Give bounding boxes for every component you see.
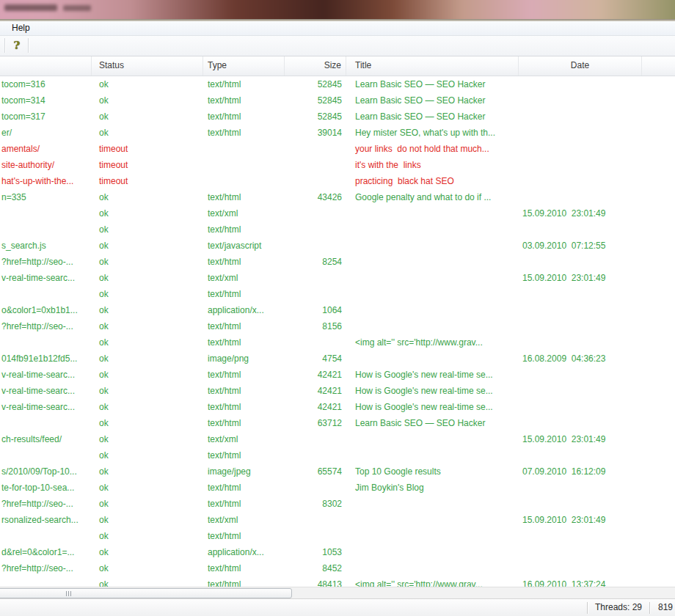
table-row[interactable]: tocom=316 ok text/html 52845 Learn Basic…	[0, 76, 675, 92]
menu-help[interactable]: Help	[7, 21, 34, 35]
cell-url: v-real-time-searc...	[0, 399, 92, 415]
cell-date	[519, 399, 642, 415]
cell-size: 8156	[285, 318, 346, 334]
table-row[interactable]: ok text/html	[0, 221, 675, 238]
cell-type: text/javascript	[203, 238, 285, 254]
table-row[interactable]: s/2010/09/Top-10... ok image/jpeg 65574 …	[0, 463, 675, 480]
cell-status: ok	[92, 221, 203, 238]
cell-date	[519, 221, 642, 238]
cell-url: n=335	[0, 189, 92, 205]
cell-url: o&color1=0xb1b1...	[0, 302, 92, 318]
table-row[interactable]: ok text/xml 15.09.2010 23:01:49	[0, 205, 675, 221]
cell-status: ok	[92, 367, 203, 383]
table-row[interactable]: ok text/html	[0, 447, 675, 463]
table-row[interactable]: ?href=http://seo-... ok text/html 8156	[0, 318, 675, 334]
cell-title	[346, 286, 519, 302]
cell-date: 15.09.2010 23:01:49	[519, 205, 642, 221]
cell-date	[519, 447, 642, 463]
cell-date	[519, 528, 642, 544]
cell-type: text/html	[203, 367, 285, 383]
table-row[interactable]: ok text/html 63712 Learn Basic SEO — SEO…	[0, 415, 675, 431]
cell-type: text/xml	[203, 512, 285, 528]
column-header-status[interactable]: Status	[92, 56, 203, 76]
table-row[interactable]: ok text/html <img alt='' src='http://www…	[0, 334, 675, 351]
cell-title: Hey mister SEO, what's up with th...	[346, 125, 519, 141]
cell-type: text/html	[203, 286, 285, 302]
horizontal-scrollbar-thumb[interactable]	[0, 588, 292, 598]
cell-date: 16.08.2009 04:36:23	[519, 351, 642, 367]
cell-url: amentals/	[0, 141, 92, 157]
cell-url	[0, 221, 92, 238]
cell-date: 15.09.2010 23:01:49	[519, 270, 642, 286]
help-button[interactable]: ?	[7, 37, 26, 54]
desktop-background-blur	[0, 0, 675, 19]
table-row[interactable]: ch-results/feed/ ok text/xml 15.09.2010 …	[0, 431, 675, 447]
table-row[interactable]: ok text/html 48413 <img alt='' src='http…	[0, 576, 675, 587]
cell-date	[519, 318, 642, 334]
table-row[interactable]: o&color1=0xb1b1... ok application/x... 1…	[0, 302, 675, 318]
horizontal-scrollbar[interactable]	[0, 587, 675, 599]
cell-status: ok	[92, 512, 203, 528]
cell-size	[285, 480, 346, 496]
cell-status: ok	[92, 302, 203, 318]
status-bar: Threads: 29 819	[0, 598, 675, 616]
cell-url: s/2010/09/Top-10...	[0, 463, 92, 480]
toolbar-separator	[28, 38, 29, 53]
table-row[interactable]: v-real-time-searc... ok text/html 42421 …	[0, 399, 675, 415]
table-row[interactable]: 014fb91e1b12fd5... ok image/png 4754 16.…	[0, 351, 675, 367]
cell-title: Jim Boykin's Blog	[346, 480, 519, 496]
cell-type	[203, 173, 285, 189]
table-row[interactable]: rsonalized-search... ok text/xml 15.09.2…	[0, 512, 675, 528]
cell-status: ok	[92, 92, 203, 109]
table-row[interactable]: amentals/ timeout your links do not hold…	[0, 141, 675, 157]
threads-count: Threads: 29	[595, 599, 642, 616]
table-row[interactable]: n=335 ok text/html 43426 Google penalty …	[0, 189, 675, 205]
cell-type: text/html	[203, 125, 285, 141]
table-row[interactable]: tocom=314 ok text/html 52845 Learn Basic…	[0, 92, 675, 109]
cell-title	[346, 238, 519, 254]
column-header-date[interactable]: Date	[519, 56, 642, 76]
cell-size: 39014	[285, 125, 346, 141]
table-row[interactable]: site-authority/ timeout it's with the li…	[0, 157, 675, 173]
cell-title: practicing black hat SEO	[346, 173, 519, 189]
table-row[interactable]: ?href=http://seo-... ok text/html 8302	[0, 496, 675, 512]
cell-date: 15.09.2010 23:01:49	[519, 512, 642, 528]
table-row[interactable]: er/ ok text/html 39014 Hey mister SEO, w…	[0, 125, 675, 141]
cell-date: 16.09.2010 13:37:24	[519, 576, 642, 587]
table-row[interactable]: ok text/html	[0, 286, 675, 302]
table-row[interactable]: te-for-top-10-sea... ok text/html Jim Bo…	[0, 480, 675, 496]
cell-status: ok	[92, 463, 203, 480]
table-row[interactable]: ?href=http://seo-... ok text/html 8452	[0, 560, 675, 576]
cell-date	[519, 189, 642, 205]
column-header-url[interactable]	[0, 56, 92, 76]
cell-type: application/x...	[203, 302, 285, 318]
column-header-size[interactable]: Size	[285, 56, 346, 76]
background-window-title-smudge	[4, 4, 57, 11]
column-header-type[interactable]: Type	[203, 56, 285, 76]
cell-size	[285, 221, 346, 238]
table-row[interactable]: ?href=http://seo-... ok text/html 8254	[0, 254, 675, 270]
table-row[interactable]: s_search.js ok text/javascript 03.09.201…	[0, 238, 675, 254]
cell-url: te-for-top-10-sea...	[0, 480, 92, 496]
table-row[interactable]: v-real-time-searc... ok text/html 42421 …	[0, 383, 675, 399]
cell-status: ok	[92, 560, 203, 576]
table-row[interactable]: tocom=317 ok text/html 52845 Learn Basic…	[0, 109, 675, 125]
statusbar-separator	[587, 602, 588, 614]
cell-url: site-authority/	[0, 157, 92, 173]
cell-status: ok	[92, 334, 203, 351]
table-row[interactable]: v-real-time-searc... ok text/xml 15.09.2…	[0, 270, 675, 286]
cell-title	[346, 221, 519, 238]
cell-title	[346, 528, 519, 544]
table-row[interactable]: hat's-up-with-the... timeout practicing …	[0, 173, 675, 189]
cell-date	[519, 173, 642, 189]
table-row[interactable]: ok text/html	[0, 528, 675, 544]
cell-date: 07.09.2010 16:12:09	[519, 463, 642, 480]
table-row[interactable]: d&rel=0&color1=... ok application/x... 1…	[0, 544, 675, 560]
background-window-title-smudge	[63, 5, 91, 11]
column-header-title[interactable]: Title	[346, 56, 519, 76]
cell-size: 8452	[285, 560, 346, 576]
cell-type: text/html	[203, 76, 285, 92]
cell-status: ok	[92, 496, 203, 512]
table-row[interactable]: v-real-time-searc... ok text/html 42421 …	[0, 367, 675, 383]
cell-type: text/html	[203, 92, 285, 109]
